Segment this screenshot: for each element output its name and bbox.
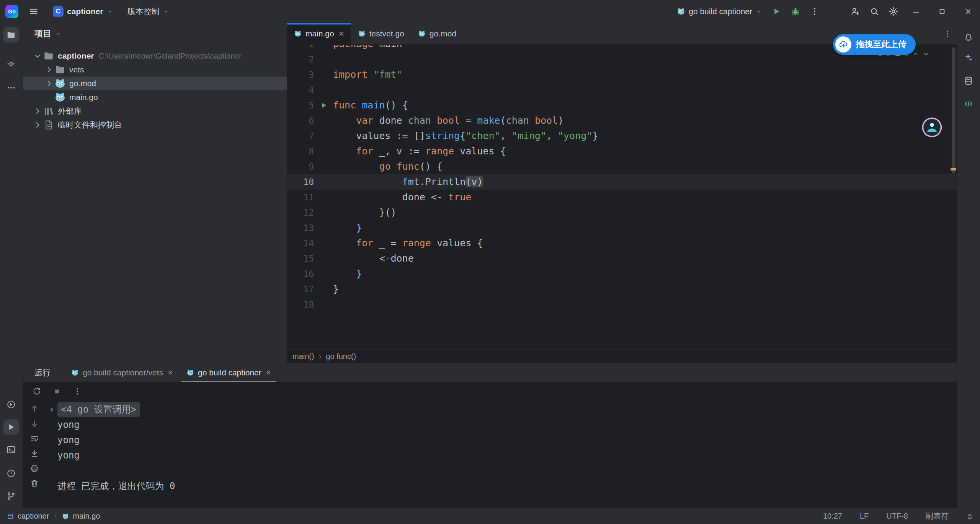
stop-icon[interactable] (53, 387, 61, 396)
status-breadcrumb[interactable]: captionermain.go (7, 512, 100, 521)
tree-item-external-libraries[interactable]: 外部库 (23, 104, 287, 118)
tool-strip-services-icon[interactable] (3, 397, 19, 412)
rerun-icon[interactable] (32, 387, 41, 396)
debug-button[interactable] (787, 3, 804, 20)
print-icon[interactable] (30, 464, 39, 473)
status-line-ending[interactable]: LF (860, 512, 869, 521)
project-glyph (6, 30, 16, 40)
tree-item-scratches-and-consoles[interactable]: 临时文件和控制台 (23, 118, 287, 132)
tree-item-captioner[interactable]: captionerC:\Users\meowr\GolandProjects\c… (23, 49, 287, 63)
run-tab-captioner[interactable]: go build captioner× (180, 363, 278, 382)
chevron-right-icon[interactable] (44, 66, 54, 73)
code-line-13[interactable]: 13 } (287, 220, 957, 236)
code-with-me-icon[interactable] (847, 3, 864, 20)
tree-item-label: captioner (58, 51, 94, 61)
code-text: done <- true (333, 190, 471, 205)
status-bar: captionermain.go 10:27LFUTF-8制表符 (0, 508, 980, 524)
line-number: 12 (287, 205, 333, 220)
tool-strip-database-icon[interactable] (961, 73, 976, 88)
chevron-right-icon[interactable] (44, 80, 54, 87)
code-line-7[interactable]: 7 values := []string{"chen", "ming", "yo… (287, 128, 957, 144)
tool-strip-run-icon[interactable] (3, 419, 19, 435)
main-menu-icon[interactable] (25, 3, 42, 20)
tree-item-go-mod[interactable]: go.mod (23, 77, 287, 90)
chevron-down-icon[interactable] (55, 31, 61, 37)
tool-strip-ai-assistant-icon[interactable] (961, 50, 976, 65)
more-actions-icon[interactable] (806, 3, 823, 20)
tool-strip-terminal-icon[interactable] (3, 442, 19, 457)
run-button[interactable] (768, 3, 785, 20)
project-widget[interactable]: C captioner (49, 4, 117, 19)
status-file: main.go (73, 512, 100, 521)
tool-strip-problems-icon[interactable] (3, 466, 19, 481)
code-line-17[interactable]: 17} (287, 282, 957, 297)
floating-badge[interactable] (922, 117, 942, 138)
editor-tab-main-go[interactable]: main.go× (287, 23, 351, 44)
upload-overlay[interactable]: 拖拽至此上传 (833, 34, 916, 55)
minimize-button[interactable] (904, 0, 928, 23)
code-line-18[interactable]: 18 (287, 297, 957, 312)
code-line-11[interactable]: 11 done <- true (287, 190, 957, 205)
editor-scrollbar[interactable] (952, 47, 956, 174)
run-options-icon[interactable] (73, 387, 82, 396)
tool-strip-notifications-icon[interactable] (961, 30, 976, 45)
editor-options-icon[interactable] (938, 23, 957, 44)
breadcrumb-item[interactable]: main() (292, 352, 314, 361)
next-problem-icon[interactable] (923, 51, 929, 57)
close-button[interactable] (956, 0, 980, 23)
lock-icon[interactable] (966, 513, 973, 520)
code-line-9[interactable]: 9 go func() { (287, 159, 957, 174)
chevron-down-icon[interactable] (32, 52, 43, 59)
tool-strip-endpoints-icon[interactable] (961, 96, 976, 111)
status-indent-style[interactable]: 制表符 (926, 511, 949, 521)
prev-problem-icon[interactable] (912, 51, 919, 57)
tool-strip-more-tool-windows-icon[interactable] (3, 80, 19, 95)
chevron-right-icon[interactable] (32, 121, 43, 128)
code-line-4[interactable]: 4 (287, 82, 957, 98)
code-line-3[interactable]: 3import "fmt" (287, 67, 957, 82)
code-line-10[interactable]: 10 fmt.Println(v) (287, 174, 957, 190)
soft-wrap-icon[interactable] (30, 434, 39, 443)
code-line-14[interactable]: 14 for _ = range values { (287, 236, 957, 251)
run-tab-captioner-vets[interactable]: go build captioner/vets× (64, 363, 180, 382)
tool-strip-commit-icon[interactable] (3, 56, 19, 72)
code-line-15[interactable]: 15 <-done (287, 251, 957, 266)
status-caret-position[interactable]: 10:27 (823, 512, 842, 521)
tree-item-vets[interactable]: vets (23, 63, 287, 77)
tree-item-main-go[interactable]: main.go (23, 90, 287, 104)
scroll-to-end-icon[interactable] (30, 449, 39, 458)
status-file-encoding[interactable]: UTF-8 (886, 512, 908, 521)
arrow-down-icon[interactable] (30, 419, 39, 428)
clear-console-icon[interactable] (30, 479, 39, 488)
editor-tab-go-mod[interactable]: go.mod (411, 23, 463, 44)
code-text: } (333, 220, 362, 236)
run-tab-label: go build captioner/vets (83, 368, 163, 377)
run-config-selector[interactable]: go build captioner (673, 5, 766, 18)
code-editor[interactable]: 1package main23import "fmt"45func main()… (287, 45, 957, 349)
code-line-12[interactable]: 12 }() (287, 205, 957, 220)
vcs-widget[interactable]: 版本控制 (124, 4, 173, 19)
editor-tab-testvet-go[interactable]: testvet.go (351, 23, 411, 44)
code-line-6[interactable]: 6 var done chan bool = make(chan bool) (287, 113, 957, 128)
title-bar: Go C captioner 版本控制 go build captioner (0, 0, 980, 23)
code-line-5[interactable]: 5func main() { (287, 98, 957, 113)
go-file-icon (418, 30, 426, 38)
run-line-icon[interactable] (319, 101, 328, 110)
search-everywhere-icon[interactable] (866, 3, 883, 20)
close-tab-icon[interactable]: × (168, 368, 173, 377)
settings-gear-icon[interactable] (885, 3, 902, 20)
chevron-right-icon[interactable] (32, 108, 43, 115)
fold-chevron-icon[interactable]: › (46, 402, 57, 417)
code-line-8[interactable]: 8 for _, v := range values { (287, 144, 957, 159)
folded-console-text[interactable]: <4 go 设置调用> (57, 402, 140, 417)
close-tab-icon[interactable]: × (266, 368, 271, 377)
breadcrumb-item[interactable]: go func() (326, 352, 356, 361)
arrow-up-icon[interactable] (30, 404, 39, 413)
maximize-button[interactable] (930, 0, 954, 23)
tool-strip-project-icon[interactable] (3, 27, 19, 43)
tool-strip-git-icon[interactable] (3, 488, 19, 504)
run-console[interactable]: ›<4 go 设置调用>yongyongyong进程 已完成，退出代码为 0 (23, 400, 957, 508)
run-tool-window: 运行 go build captioner/vets×go build capt… (23, 363, 957, 508)
close-tab-icon[interactable]: × (339, 29, 344, 38)
code-line-16[interactable]: 16 } (287, 266, 957, 282)
